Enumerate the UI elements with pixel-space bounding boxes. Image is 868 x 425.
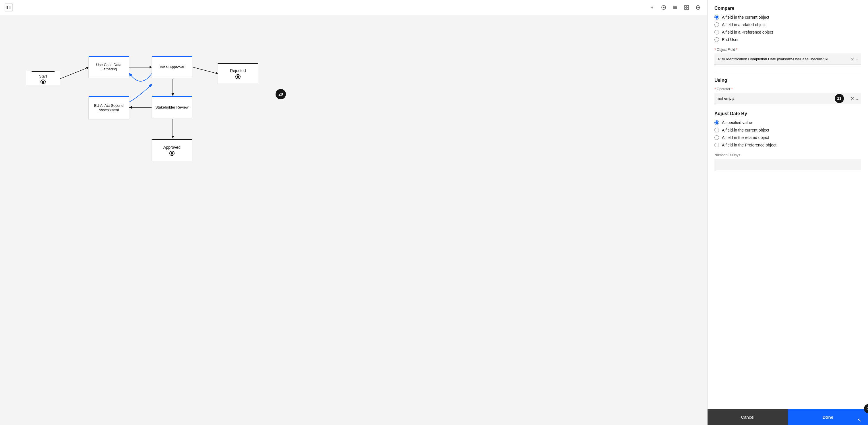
svg-point-14 [696,7,697,8]
adjust-section: Adjust Date By A specified value A field… [714,111,861,170]
add-button[interactable]: + [648,3,657,12]
number-of-days-input-container[interactable] [714,159,861,170]
list-view-button[interactable] [671,3,680,12]
adjust-title: Adjust Date By [714,111,861,116]
operator-select[interactable]: not empty 21 ✕ ⌄ [714,93,861,104]
svg-rect-8 [685,5,686,7]
node-approved[interactable]: Approved [152,139,192,161]
cancel-button[interactable]: Cancel [708,409,788,425]
start-label: Start [39,74,47,79]
use-case-label: Use Case Data Gathering [89,63,129,71]
adjust-radio-group: A specified value A field in the current… [714,120,861,147]
flow-arrows [11,26,696,414]
clear-icon[interactable]: ✕ [851,57,854,61]
eu-ai-label: EU AI Act Second Assessment [89,103,129,112]
compare-option-3[interactable]: End User [714,37,861,42]
using-section: Using * Operator * not empty 21 ✕ ⌄ [714,78,861,104]
compare-option-0[interactable]: A field in the current object [714,15,861,20]
flow-container: Start Use Case Data Gathering Initial Ap… [0,15,707,425]
flow-inner: Start Use Case Data Gathering Initial Ap… [11,26,696,414]
svg-point-15 [699,7,701,8]
done-button[interactable]: Done 22 ↖ [788,409,868,425]
zoom-button[interactable] [659,3,668,12]
right-panel: Compare A field in the current object A … [707,0,868,425]
svg-line-18 [193,67,218,74]
compare-option-1[interactable]: A field in a related object [714,22,861,27]
svg-rect-0 [7,6,8,9]
svg-rect-9 [687,5,689,7]
node-initial-approval[interactable]: Initial Approval [152,56,192,78]
object-field-label: * Object Field * [714,48,861,52]
cursor-icon: ↖ [857,417,861,423]
toolbar-right: + [648,3,703,12]
operator-value: not empty [718,96,849,100]
node-stakeholder[interactable]: Stakeholder Review [152,96,192,118]
panel-body: Compare A field in the current object A … [708,0,868,409]
compare-option-2[interactable]: A field in a Preference object [714,30,861,34]
compare-title: Compare [714,6,861,11]
svg-line-16 [60,67,89,79]
node-start[interactable]: Start [26,71,60,85]
svg-rect-1 [9,6,11,9]
svg-point-13 [698,7,699,8]
chevron-down-icon[interactable]: ⌄ [856,57,859,61]
chevron-operator-icon[interactable]: ⌄ [856,96,859,101]
number-of-days-input[interactable] [718,162,858,167]
object-field-value: Risk Identification Completion Date (wat… [718,57,849,61]
canvas-area: + [0,0,707,425]
node-eu-ai[interactable]: EU AI Act Second Assessment [88,96,129,119]
adjust-option-0[interactable]: A specified value [714,120,861,125]
compare-section: Compare A field in the current object A … [714,6,861,65]
object-field-select[interactable]: Risk Identification Completion Date (wat… [714,53,861,65]
node-rejected[interactable]: Rejected [218,63,258,84]
grid-view-button[interactable] [682,3,691,12]
number-of-days-label: Number Of Days [714,153,861,157]
node-use-case[interactable]: Use Case Data Gathering [88,56,129,78]
panel-footer: Cancel Done 22 ↖ [708,409,868,425]
adjust-option-1[interactable]: A field in the current object [714,128,861,132]
operator-label: * Operator * [714,87,861,91]
using-title: Using [714,78,861,83]
stakeholder-label: Stakeholder Review [155,105,189,110]
badge-20: 20 [276,89,286,99]
compare-radio-group: A field in the current object A field in… [714,15,861,42]
rejected-label: Rejected [230,68,246,73]
sidebar-toggle-button[interactable] [5,3,12,11]
approved-label: Approved [163,145,181,150]
svg-rect-11 [687,8,689,9]
divider-1 [714,72,861,72]
badge-21: 21 [835,94,844,103]
clear-operator-icon[interactable]: ✕ [851,96,854,101]
adjust-option-2[interactable]: A field in the related object [714,135,861,140]
more-options-button[interactable] [693,3,703,12]
adjust-option-3[interactable]: A field in the Preference object [714,143,861,147]
svg-rect-10 [685,8,686,9]
toolbar: + [0,0,707,15]
initial-approval-label: Initial Approval [160,65,184,69]
